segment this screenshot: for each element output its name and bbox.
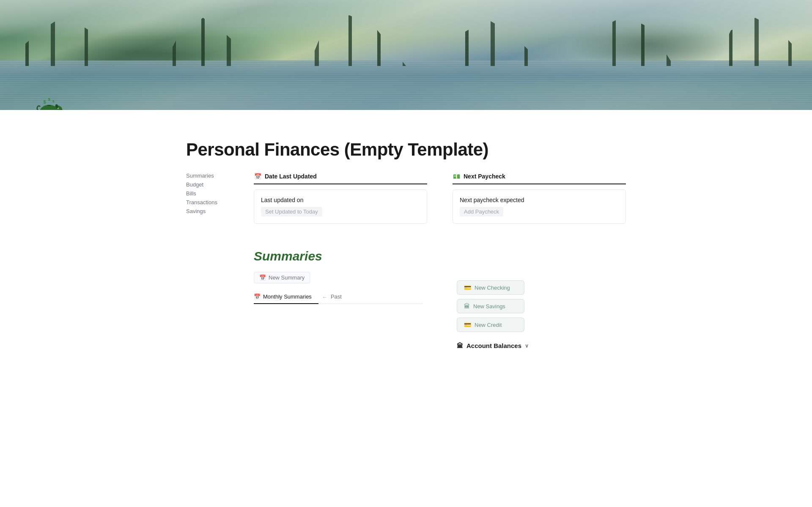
main-content: Personal Finances (Empty Template) Summa…	[152, 140, 660, 349]
account-balances-header[interactable]: 🏛 Account Balances ∨	[457, 342, 626, 349]
account-right-col: 💳 New Checking 🏛 New Savings 💳 New Credi…	[457, 272, 626, 349]
monthly-summaries-tab-icon: 📅	[254, 293, 261, 300]
svg-text:$: $	[48, 97, 51, 101]
tabs-row: 📅 Monthly Summaries ← Past	[254, 290, 423, 304]
page-icon-wrapper: $ $ $	[34, 91, 68, 110]
chevron-down-icon: ∨	[525, 343, 529, 349]
date-card-label: Last updated on	[261, 197, 420, 203]
set-updated-today-button[interactable]: Set Updated to Today	[261, 207, 322, 217]
nav-links: Summaries Budget Bills Transactions Savi…	[186, 173, 237, 214]
money-icon: 💵	[453, 173, 460, 180]
main-area: 📅 Date Last Updated Last updated on Set …	[254, 173, 626, 349]
content-layout: 📅 New Summary 📅 Monthly Summaries ← P	[254, 272, 626, 349]
nav-link-bills[interactable]: Bills	[186, 190, 237, 197]
svg-text:$: $	[43, 99, 46, 104]
page-title: Personal Finances (Empty Template)	[186, 140, 626, 160]
new-credit-label: New Credit	[475, 322, 502, 328]
next-paycheck-card[interactable]: Next paycheck expected Add Paycheck	[453, 189, 626, 224]
tab-past[interactable]: Past	[331, 290, 348, 304]
new-checking-button[interactable]: 💳 New Checking	[457, 280, 524, 295]
add-paycheck-button[interactable]: Add Paycheck	[460, 207, 503, 217]
calendar-icon: 📅	[254, 173, 261, 180]
paycheck-section-header-wrapper: 💵 Next Paycheck	[453, 173, 626, 184]
account-buttons: 💳 New Checking 🏛 New Savings 💳 New Credi…	[457, 280, 626, 332]
tab-monthly-summaries[interactable]: 📅 Monthly Summaries	[254, 290, 318, 304]
new-savings-label: New Savings	[473, 303, 505, 310]
paycheck-card-label: Next paycheck expected	[460, 197, 619, 203]
nav-link-summaries[interactable]: Summaries	[186, 173, 237, 179]
svg-point-6	[58, 108, 59, 109]
water-area	[0, 60, 812, 110]
page-layout: Summaries Budget Bills Transactions Savi…	[186, 173, 626, 349]
summaries-left-col: 📅 New Summary 📅 Monthly Summaries ← P	[254, 272, 423, 311]
next-paycheck-section: 💵 Next Paycheck Next paycheck expected A…	[453, 173, 626, 224]
nav-link-transactions[interactable]: Transactions	[186, 199, 237, 206]
date-section-header: 📅 Date Last Updated	[254, 173, 427, 180]
account-balances-bank-icon: 🏛	[457, 342, 463, 349]
account-balances-label: Account Balances	[466, 342, 521, 349]
summaries-title: Summaries	[254, 249, 626, 263]
credit-icon: 💳	[464, 321, 471, 328]
piggy-bank-icon: $ $ $	[34, 91, 68, 110]
new-credit-button[interactable]: 💳 New Credit	[457, 318, 524, 332]
paycheck-section-title: Next Paycheck	[464, 173, 505, 180]
sidebar-nav: Summaries Budget Bills Transactions Savi…	[186, 173, 237, 349]
checking-icon: 💳	[464, 284, 471, 291]
paycheck-section-header: 💵 Next Paycheck	[453, 173, 626, 180]
summaries-section: Summaries 📅 New Summary 📅	[254, 249, 626, 349]
savings-icon: 🏛	[464, 303, 470, 310]
svg-text:$: $	[52, 99, 55, 103]
new-summary-button[interactable]: 📅 New Summary	[254, 272, 310, 283]
info-columns: 📅 Date Last Updated Last updated on Set …	[254, 173, 626, 224]
svg-rect-11	[47, 105, 51, 106]
date-section-title: Date Last Updated	[265, 173, 317, 180]
past-tab-label: Past	[331, 293, 342, 300]
hero-banner: $ $ $	[0, 0, 812, 110]
monthly-summaries-tab-label: Monthly Summaries	[263, 293, 312, 300]
sky-area	[0, 0, 812, 38]
date-last-updated-card[interactable]: Last updated on Set Updated to Today	[254, 189, 427, 224]
tab-separator: ←	[322, 294, 327, 300]
date-last-updated-section: 📅 Date Last Updated Last updated on Set …	[254, 173, 427, 224]
nav-link-savings[interactable]: Savings	[186, 208, 237, 214]
new-summary-label: New Summary	[269, 274, 304, 281]
new-savings-button[interactable]: 🏛 New Savings	[457, 299, 524, 313]
new-summary-icon: 📅	[259, 274, 266, 281]
new-checking-label: New Checking	[475, 285, 510, 291]
nav-link-budget[interactable]: Budget	[186, 181, 237, 188]
date-section-header-wrapper: 📅 Date Last Updated	[254, 173, 427, 184]
